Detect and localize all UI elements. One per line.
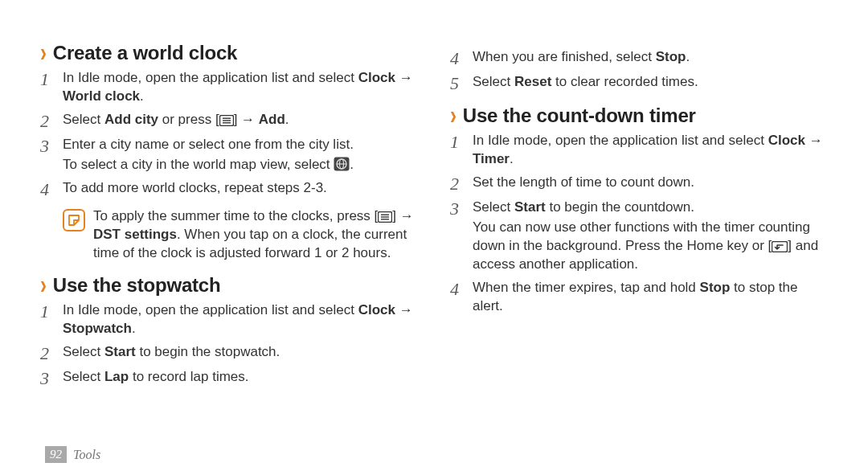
list-item: 4 When you are finished, select Stop.	[450, 48, 828, 68]
list-item: 2 Select Add city or press [] → Add.	[40, 111, 418, 131]
step-number: 2	[40, 344, 63, 363]
step-number: 5	[450, 74, 473, 93]
section-title: Use the count-down timer	[463, 104, 696, 127]
list-item: 2 Select Start to begin the stopwatch.	[40, 343, 418, 363]
chevron-right-icon: ›	[450, 100, 457, 131]
step-number: 4	[450, 280, 473, 299]
menu-key-icon	[219, 115, 234, 126]
chevron-right-icon: ›	[40, 36, 47, 68]
note-icon	[63, 209, 85, 231]
step-number: 3	[450, 199, 473, 219]
list-item: 3 Enter a city name or select one from t…	[40, 136, 418, 174]
list-item: 4 To add more world clocks, repeat steps…	[40, 179, 418, 199]
step-number: 4	[450, 49, 473, 68]
section-title: Use the stopwatch	[53, 274, 221, 297]
list-item: 3 Select Start to begin the countdown. Y…	[450, 199, 828, 274]
section-countdown-timer: › Use the count-down timer	[450, 104, 828, 127]
section-use-stopwatch: › Use the stopwatch	[40, 274, 418, 297]
left-column: › Create a world clock 1 In Idle mode, o…	[40, 31, 418, 396]
back-key-icon	[772, 241, 788, 252]
stopwatch-steps-cont: 4 When you are finished, select Stop. 5 …	[450, 48, 828, 93]
chevron-right-icon: ›	[40, 268, 47, 300]
step-number: 2	[40, 112, 63, 131]
list-item: 2 Set the length of time to count down.	[450, 174, 828, 194]
note-block: To apply the summer time to the clocks, …	[63, 207, 418, 263]
globe-icon	[334, 157, 350, 171]
step-number: 1	[450, 133, 473, 152]
note-text: To apply the summer time to the clocks, …	[93, 207, 418, 263]
step-number: 4	[40, 180, 63, 199]
footer-section: Tools	[73, 448, 100, 462]
step-number: 3	[40, 369, 63, 388]
world-clock-steps: 1 In Idle mode, open the application lis…	[40, 69, 418, 199]
step-number: 1	[40, 70, 63, 89]
list-item: 1 In Idle mode, open the application lis…	[40, 301, 418, 338]
page-number: 92	[45, 446, 67, 463]
section-title: Create a world clock	[53, 42, 237, 64]
step-number: 1	[40, 302, 63, 322]
right-column: 4 When you are finished, select Stop. 5 …	[450, 31, 828, 396]
section-create-world-clock: › Create a world clock	[40, 42, 418, 64]
stopwatch-steps: 1 In Idle mode, open the application lis…	[40, 301, 418, 388]
step-number: 3	[40, 137, 63, 156]
list-item: 5 Select Reset to clear recorded times.	[450, 73, 828, 93]
list-item: 1 In Idle mode, open the application lis…	[450, 132, 828, 169]
menu-key-icon	[378, 211, 392, 223]
step-number: 2	[450, 174, 473, 194]
timer-steps: 1 In Idle mode, open the application lis…	[450, 132, 828, 316]
manual-page: › Create a world clock 1 In Idle mode, o…	[0, 0, 868, 471]
list-item: 4 When the timer expires, tap and hold S…	[450, 279, 828, 316]
list-item: 3 Select Lap to record lap times.	[40, 368, 418, 388]
list-item: 1 In Idle mode, open the application lis…	[40, 69, 418, 106]
page-footer: 92 Tools	[45, 446, 100, 463]
